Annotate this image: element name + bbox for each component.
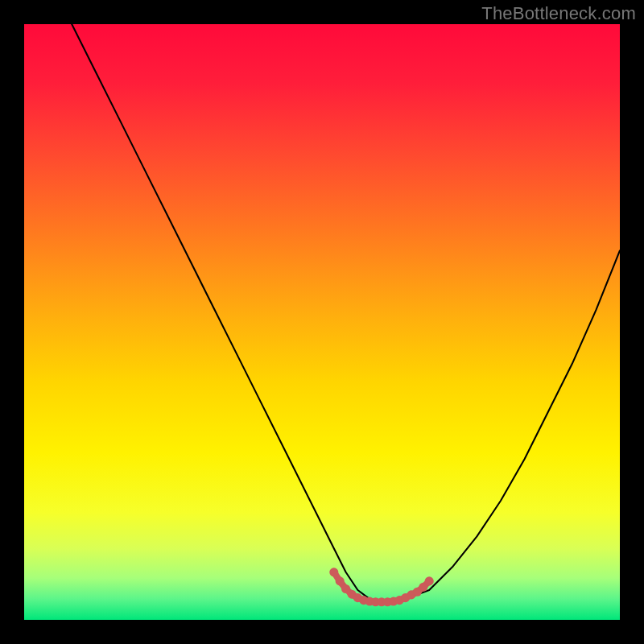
plot-area	[24, 24, 620, 620]
bottleneck-curve	[72, 24, 620, 602]
curve-layer	[24, 24, 620, 620]
chart-canvas: TheBottleneck.com	[0, 0, 644, 644]
optimal-dot	[336, 576, 345, 585]
optimal-dot	[425, 576, 434, 585]
watermark-label: TheBottleneck.com	[481, 3, 636, 24]
optimal-dot	[329, 568, 338, 576]
